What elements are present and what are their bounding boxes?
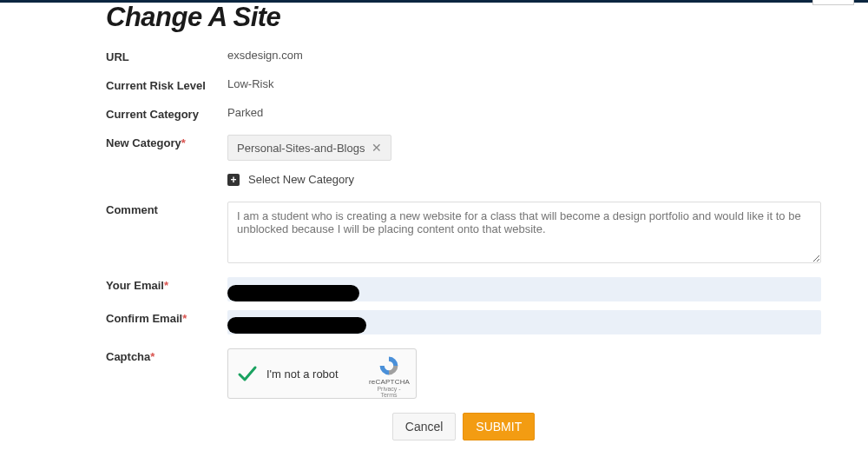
- comment-textarea[interactable]: [227, 202, 821, 263]
- value-risk: Low-Risk: [227, 77, 273, 90]
- plus-icon: +: [227, 174, 240, 186]
- remove-tag-icon[interactable]: ✕: [372, 141, 382, 155]
- redaction-email: [227, 285, 359, 301]
- redaction-confirm-email: [227, 317, 366, 334]
- value-category: Parked: [227, 106, 263, 119]
- new-category-tag[interactable]: Personal-Sites-and-Blogs ✕: [227, 135, 391, 161]
- select-new-category-label: Select New Category: [248, 173, 354, 186]
- label-email: Your Email*: [106, 277, 227, 292]
- new-category-tag-text: Personal-Sites-and-Blogs: [237, 142, 365, 155]
- captcha-text: I'm not a robot: [266, 368, 339, 381]
- cancel-button[interactable]: Cancel: [392, 413, 457, 440]
- label-new-category: New Category*: [106, 135, 227, 149]
- row-new-category: New Category* Personal-Sites-and-Blogs ✕…: [106, 135, 868, 186]
- row-confirm-email: Confirm Email*: [106, 310, 868, 334]
- top-bar-widget: [812, 0, 854, 5]
- submit-button[interactable]: SUBMIT: [463, 413, 535, 440]
- label-captcha: Captcha*: [106, 348, 227, 363]
- page-title: Change A Site: [106, 2, 868, 33]
- label-url: URL: [106, 49, 227, 63]
- label-comment: Comment: [106, 202, 227, 216]
- recaptcha-widget[interactable]: I'm not a robot reCAPTCHA Privacy - Term…: [227, 348, 417, 399]
- row-url: URL exsdesign.com: [106, 49, 868, 63]
- row-email: Your Email*: [106, 277, 868, 301]
- row-comment: Comment: [106, 202, 868, 263]
- select-new-category-button[interactable]: + Select New Category: [227, 173, 391, 186]
- row-category: Current Category Parked: [106, 106, 868, 121]
- captcha-branding: reCAPTCHA Privacy - Terms: [369, 354, 409, 398]
- captcha-brand-text: reCAPTCHA: [369, 378, 409, 386]
- row-risk: Current Risk Level Low-Risk: [106, 77, 868, 92]
- captcha-links-text: Privacy - Terms: [369, 386, 409, 398]
- checkmark-icon: [237, 363, 258, 384]
- top-bar: [0, 0, 868, 3]
- value-url: exsdesign.com: [227, 49, 303, 62]
- label-confirm-email: Confirm Email*: [106, 310, 227, 325]
- row-captcha: Captcha* I'm not a robot reCAPTCHA Priv: [106, 348, 868, 399]
- button-row: Cancel SUBMIT: [0, 413, 821, 440]
- label-category: Current Category: [106, 106, 227, 121]
- recaptcha-logo-icon: [378, 354, 400, 377]
- label-risk: Current Risk Level: [106, 77, 227, 92]
